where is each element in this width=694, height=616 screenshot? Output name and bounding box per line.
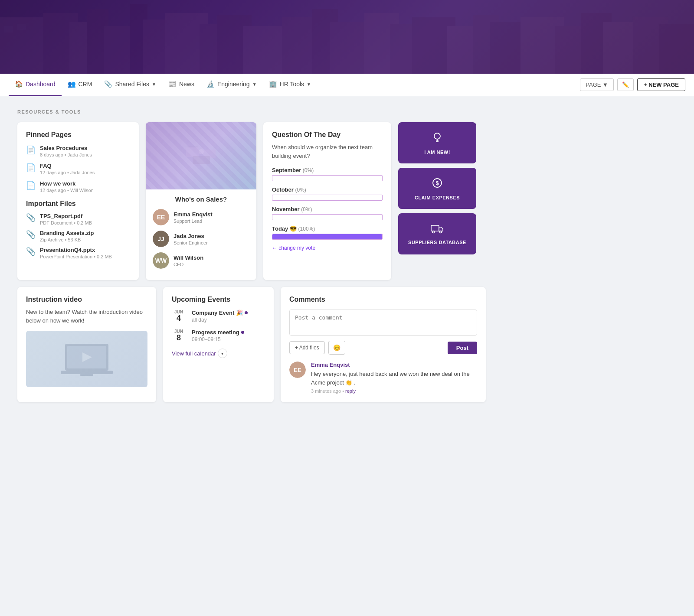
poll-bar-fill bbox=[272, 234, 382, 239]
crm-icon: 👥 bbox=[68, 80, 76, 88]
person-name: Will Wilson bbox=[174, 254, 203, 261]
new-page-button[interactable]: + NEW PAGE bbox=[637, 78, 685, 91]
person-name: Jada Jones bbox=[174, 233, 208, 239]
sales-team-image bbox=[146, 122, 256, 189]
pinned-pages-card: Pinned Pages 📄 Sales Procedures 8 days a… bbox=[17, 122, 139, 280]
pinned-item-meta: 12 days ago • Jada Jones bbox=[40, 170, 95, 175]
poll-november: November (0%) bbox=[272, 206, 383, 220]
svg-rect-2 bbox=[17, 24, 26, 30]
nav-engineering[interactable]: 🔬 Engineering ▼ bbox=[200, 74, 263, 96]
action-buttons: I AM NEW! $ CLAIM EXPENSES bbox=[398, 122, 476, 280]
poll-bar-bg bbox=[272, 175, 383, 181]
view-calendar-link[interactable]: View full calendar ▾ bbox=[172, 349, 265, 358]
upcoming-events-card: Upcoming Events JUN 4 Company Event 🎉 al… bbox=[163, 287, 274, 402]
main-content: RESOURCES & TOOLS Pinned Pages 📄 Sales P… bbox=[0, 96, 503, 415]
comment-text: Hey everyone, just heard back and we won… bbox=[311, 370, 477, 387]
file-icon: 📄 bbox=[26, 163, 36, 173]
imp-item-meta: PowerPoint Presentation • 0.2 MB bbox=[40, 254, 112, 259]
poll-october: October (0%) bbox=[272, 186, 383, 201]
list-item[interactable]: 📄 How we work 12 days ago • Will Wilson bbox=[26, 180, 130, 193]
imp-item-meta: PDF Document • 0.2 MB bbox=[40, 220, 92, 225]
grid-row-1: Pinned Pages 📄 Sales Procedures 8 days a… bbox=[17, 122, 486, 280]
suppliers-database-button[interactable]: SUPPLIERS DATABASE bbox=[398, 213, 476, 254]
change-vote-link[interactable]: ← change my vote bbox=[272, 245, 383, 251]
lightbulb-icon bbox=[431, 131, 443, 146]
imp-item-name: TPS_Report.pdf bbox=[40, 213, 92, 219]
pinned-pages-list: 📄 Sales Procedures 8 days ago • Jada Jon… bbox=[26, 145, 130, 193]
svg-point-32 bbox=[199, 149, 204, 154]
reply-link[interactable]: reply bbox=[345, 388, 356, 394]
nav-engineering-label: Engineering bbox=[217, 81, 250, 88]
event-date: JUN 8 bbox=[172, 329, 186, 342]
nav-items: 🏠 Dashboard 👥 CRM 📎 Shared Files ▼ 📰 New… bbox=[9, 74, 580, 96]
event-day: 4 bbox=[172, 314, 186, 322]
nav-shared-files[interactable]: 📎 Shared Files ▼ bbox=[98, 74, 162, 96]
truck-icon bbox=[431, 223, 444, 236]
list-item[interactable]: 📄 Sales Procedures 8 days ago • Jada Jon… bbox=[26, 145, 130, 157]
edit-button[interactable]: ✏️ bbox=[617, 78, 634, 91]
important-files-list: 📎 TPS_Report.pdf PDF Document • 0.2 MB 📎… bbox=[26, 213, 130, 259]
poll-september: September (0%) bbox=[272, 167, 383, 181]
hr-tools-chevron: ▼ bbox=[307, 82, 311, 87]
paperclip-icon: 📎 bbox=[104, 80, 112, 88]
comment-meta: 3 minutes ago • reply bbox=[311, 388, 477, 394]
nav-crm[interactable]: 👥 CRM bbox=[62, 74, 98, 96]
whos-on-sales-card: Who's on Sales? EE Emma Enqvist Support … bbox=[146, 122, 256, 280]
imp-item-meta: Zip Archive • 53 KB bbox=[40, 237, 94, 242]
avatar-placeholder: EE bbox=[289, 362, 306, 378]
pinned-item-name: How we work bbox=[40, 180, 94, 187]
i-am-new-button[interactable]: I AM NEW! bbox=[398, 122, 476, 163]
hr-icon: 🏢 bbox=[269, 80, 277, 88]
avatar-will: WW bbox=[153, 252, 169, 269]
nav-news-label: News bbox=[179, 81, 194, 88]
important-files-title: Important Files bbox=[26, 200, 130, 208]
nav-crm-label: CRM bbox=[79, 81, 92, 88]
svg-rect-27 bbox=[659, 24, 694, 74]
pinned-item-name: Sales Procedures bbox=[40, 145, 92, 151]
poll-bar-bg bbox=[272, 195, 383, 201]
nav-hr-tools[interactable]: 🏢 HR Tools ▼ bbox=[263, 74, 317, 96]
commenter-avatar: EE bbox=[289, 362, 306, 378]
comment-actions: + Add files 😊 Post bbox=[289, 341, 477, 355]
suppliers-database-label: SUPPLIERS DATABASE bbox=[408, 240, 466, 245]
event-time: all day bbox=[192, 317, 248, 323]
event-time: 09:00–09:15 bbox=[192, 336, 244, 342]
nav-dashboard[interactable]: 🏠 Dashboard bbox=[9, 74, 62, 96]
imp-item-name: Branding Assets.zip bbox=[40, 230, 94, 236]
dollar-icon: $ bbox=[431, 177, 443, 192]
add-files-button[interactable]: + Add files bbox=[289, 341, 325, 354]
shared-files-chevron: ▼ bbox=[152, 82, 156, 87]
nav-news[interactable]: 📰 News bbox=[162, 74, 200, 96]
emoji-button[interactable]: 😊 bbox=[328, 341, 345, 355]
list-item[interactable]: 📄 FAQ 12 days ago • Jada Jones bbox=[26, 163, 130, 175]
grid-row-2: Instruction video New to the team? Watch… bbox=[17, 287, 486, 402]
list-item[interactable]: 📎 PresentationQ4.pptx PowerPoint Present… bbox=[26, 247, 130, 259]
section-label: RESOURCES & TOOLS bbox=[17, 109, 486, 114]
comment-input[interactable] bbox=[289, 310, 477, 336]
person-jada: JJ Jada Jones Senior Engineer bbox=[153, 231, 249, 247]
list-item: JUN 8 Progress meeting 09:00–09:15 bbox=[172, 329, 265, 342]
video-thumbnail[interactable] bbox=[26, 331, 147, 387]
list-item: JUN 4 Company Event 🎉 all day bbox=[172, 310, 265, 323]
nav-right: PAGE ▼ ✏️ + NEW PAGE bbox=[580, 78, 685, 91]
attachment-icon: 📎 bbox=[26, 230, 36, 239]
svg-rect-31 bbox=[193, 156, 210, 164]
page-button[interactable]: PAGE ▼ bbox=[580, 78, 614, 91]
list-item[interactable]: 📎 Branding Assets.zip Zip Archive • 53 K… bbox=[26, 230, 130, 242]
pinned-pages-title: Pinned Pages bbox=[26, 131, 130, 139]
news-icon: 📰 bbox=[168, 80, 177, 88]
home-icon: 🏠 bbox=[15, 80, 23, 88]
engineering-icon: 🔬 bbox=[206, 80, 215, 88]
hero-banner bbox=[0, 0, 694, 74]
engineering-chevron: ▼ bbox=[252, 82, 257, 87]
list-item[interactable]: 📎 TPS_Report.pdf PDF Document • 0.2 MB bbox=[26, 213, 130, 225]
navigation: 🏠 Dashboard 👥 CRM 📎 Shared Files ▼ 📰 New… bbox=[0, 74, 694, 96]
poll-today: Today 😎 (100%) bbox=[272, 225, 383, 240]
claim-expenses-button[interactable]: $ CLAIM EXPENSES bbox=[398, 168, 476, 209]
nav-shared-files-label: Shared Files bbox=[115, 81, 149, 88]
nav-dashboard-label: Dashboard bbox=[26, 81, 56, 88]
post-button[interactable]: Post bbox=[448, 342, 477, 354]
comment-entry: EE Emma Enqvist Hey everyone, just heard… bbox=[289, 362, 477, 394]
person-role: Support Lead bbox=[174, 218, 213, 224]
imp-item-name: PresentationQ4.pptx bbox=[40, 247, 112, 253]
